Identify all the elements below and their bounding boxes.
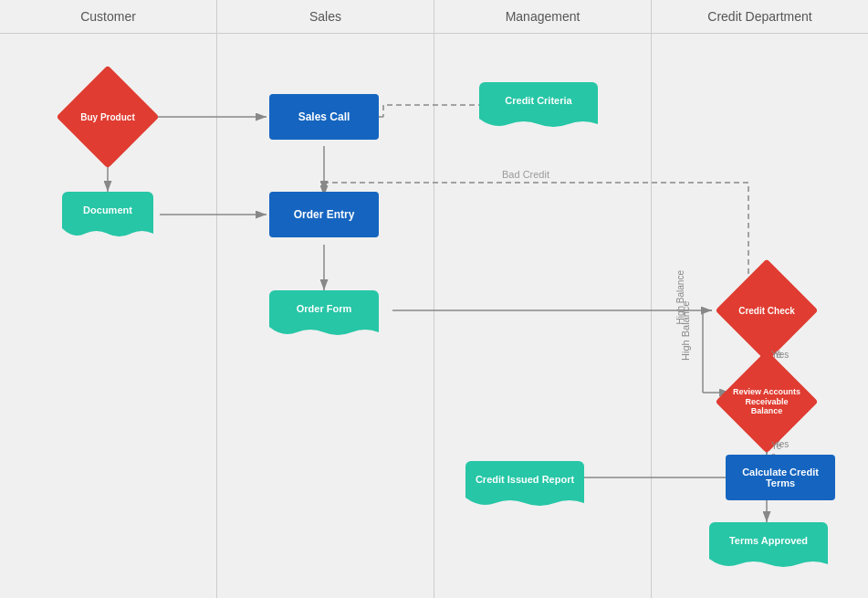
order-form-wave: [269, 327, 379, 338]
terms-approved-wave: [709, 559, 828, 570]
credit-issued-wave: [465, 498, 584, 509]
document-wave: [62, 228, 153, 239]
lane-credit-header: Credit Department: [652, 0, 868, 34]
high-balance-label: High Balance: [675, 270, 685, 324]
credit-check-diamond: Credit Check: [730, 274, 803, 347]
order-entry-shape: Order Entry: [269, 192, 379, 237]
lane-customer-header: Customer: [0, 0, 216, 34]
document-shape: Document: [62, 192, 153, 228]
credit-criteria-shape: Credit Criteria: [479, 82, 598, 119]
lane-management-header: Management: [434, 0, 651, 34]
sales-call-shape: Sales Call: [269, 94, 379, 140]
credit-issued-shape: Credit Issued Report: [465, 461, 584, 498]
terms-approved-shape: Terms Approved: [709, 522, 828, 559]
calculate-credit-shape: Calculate Credit Terms: [726, 455, 835, 500]
buy-product-diamond: Buy Product: [71, 80, 144, 153]
order-form-shape: Order Form: [269, 290, 379, 327]
diagram-container: Customer Sales Management Credit Departm…: [0, 0, 868, 598]
credit-criteria-wave: [479, 119, 598, 130]
review-ar-diamond: Review Accounts Receivable Balance: [730, 365, 803, 438]
lane-sales-header: Sales: [217, 0, 434, 34]
